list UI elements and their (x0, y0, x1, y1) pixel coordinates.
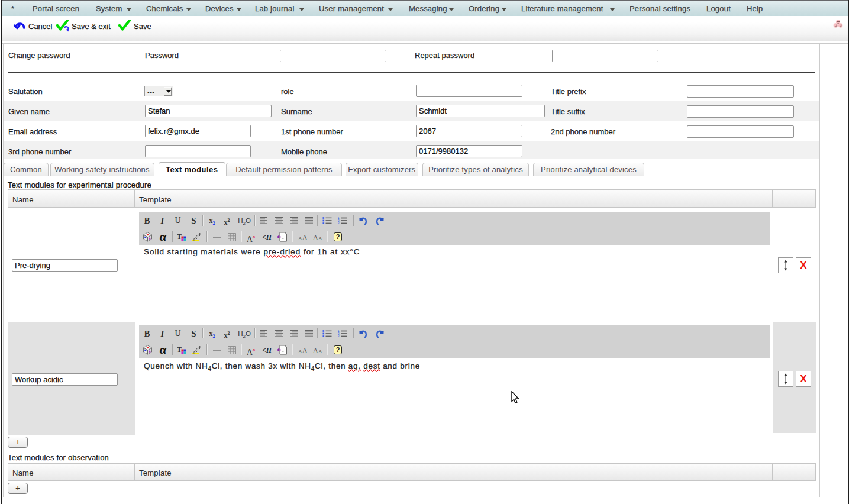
svg-text:3: 3 (338, 335, 340, 338)
svg-text:T: T (177, 345, 182, 354)
svg-text:3: 3 (338, 222, 340, 225)
svg-text:T: T (177, 232, 182, 241)
